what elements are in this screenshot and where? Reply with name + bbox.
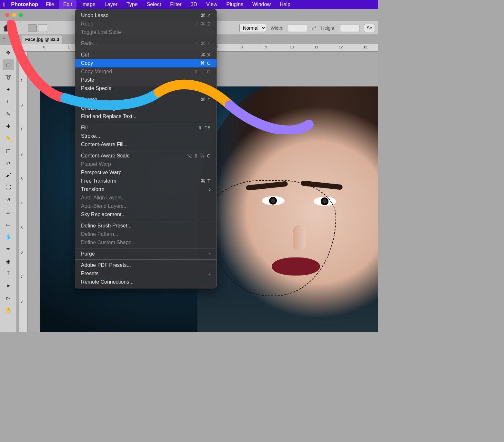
edit-menu-item[interactable]: Transform› bbox=[75, 185, 217, 194]
frame-tool[interactable]: ▢ bbox=[3, 145, 14, 156]
edit-menu-item[interactable]: Adobe PDF Presets... bbox=[75, 259, 217, 269]
menu-item-label: Search bbox=[81, 97, 97, 103]
menu-plugins[interactable]: Plugins bbox=[222, 0, 248, 9]
edit-menu-item: Fade...⇧ ⌘ F bbox=[75, 38, 217, 48]
edit-menu-item[interactable]: Undo Lasso⌘ Z bbox=[75, 11, 217, 20]
document-tab[interactable]: Face.jpg @ 33.3 bbox=[22, 35, 62, 44]
edit-menu-item: Toggle Last State bbox=[75, 28, 217, 36]
measure-tool[interactable]: 📏 bbox=[3, 133, 14, 144]
healing-brush-tool[interactable]: ✚ bbox=[3, 121, 14, 132]
edit-menu-item[interactable]: Purge› bbox=[75, 248, 217, 258]
edit-menu-item[interactable]: Cut⌘ X bbox=[75, 49, 217, 59]
menu-type[interactable]: Type bbox=[122, 0, 142, 9]
edit-menu-item: Redo⇧ ⌘ Z bbox=[75, 20, 217, 28]
menu-shortcut: ⌘ C bbox=[200, 60, 211, 66]
menu-layer[interactable]: Layer bbox=[100, 0, 122, 9]
selection-new-button[interactable] bbox=[28, 24, 37, 32]
zoom-window-button[interactable] bbox=[19, 13, 23, 17]
menu-item-label: Copy bbox=[81, 60, 93, 66]
edit-menu-item[interactable]: Perspective Warp bbox=[75, 168, 217, 177]
ruler-vertical: 2 1 0 1 2 3 4 5 6 7 8 bbox=[19, 52, 28, 332]
edit-menu-item[interactable]: Presets› bbox=[75, 269, 217, 278]
edit-menu-item: Auto-Align Layers... bbox=[75, 194, 217, 202]
lasso-tool[interactable]: ➰ bbox=[3, 72, 14, 83]
eraser-tool[interactable]: ▱ bbox=[3, 206, 14, 217]
menu-edit[interactable]: Edit bbox=[59, 0, 77, 9]
style-select[interactable]: Normal bbox=[239, 24, 266, 32]
edit-menu-item[interactable]: Define Brush Preset... bbox=[75, 220, 217, 230]
blur-tool[interactable]: 💧 bbox=[3, 231, 14, 242]
edit-menu-item[interactable]: Paste bbox=[75, 76, 217, 84]
menu-shortcut: ⇧ ⌘ F bbox=[195, 41, 211, 46]
hand-tool[interactable]: ✋ bbox=[3, 305, 14, 316]
edit-menu-item[interactable]: Sky Replacement... bbox=[75, 210, 217, 219]
menu-item-label: Undo Lasso bbox=[81, 13, 108, 18]
pen-tool[interactable]: ✒ bbox=[3, 243, 14, 254]
menu-item-label: Remote Connections... bbox=[81, 279, 134, 285]
menu-item-label: Paste bbox=[81, 77, 94, 83]
edit-menu-item[interactable]: Content-Aware Scale⌥ ⇧ ⌘ C bbox=[75, 150, 217, 160]
direct-select-tool[interactable]: ▻ bbox=[3, 292, 14, 303]
edit-menu-item: Define Pattern... bbox=[75, 230, 217, 238]
edit-menu-item[interactable]: Remote Connections... bbox=[75, 278, 217, 286]
menu-help[interactable]: Help bbox=[275, 0, 295, 9]
height-input[interactable] bbox=[340, 24, 359, 32]
magic-wand-tool[interactable]: ✦ bbox=[3, 84, 14, 95]
menu-shortcut: ⇧ ⌘ C bbox=[194, 69, 211, 75]
menu-item-label: Check Spelling... bbox=[81, 105, 120, 111]
menu-item-label: Purge bbox=[81, 251, 95, 257]
minimize-window-button[interactable] bbox=[12, 13, 16, 17]
menu-item-label: Perspective Warp bbox=[81, 170, 122, 176]
menu-select[interactable]: Select bbox=[142, 0, 166, 9]
select-and-mask-button[interactable]: Se bbox=[364, 24, 375, 32]
marquee-tool[interactable]: ◻ bbox=[3, 59, 14, 70]
crop-tool[interactable]: ⌗ bbox=[3, 96, 14, 107]
edit-menu-item[interactable]: Fill...⇧ F5 bbox=[75, 122, 217, 132]
eyedropper-tool[interactable]: ✎ bbox=[3, 108, 14, 119]
menu-item-label: Transform bbox=[81, 186, 104, 192]
menu-image[interactable]: Image bbox=[76, 0, 100, 9]
close-window-button[interactable] bbox=[5, 13, 9, 17]
gradient-tool[interactable]: ▭ bbox=[3, 219, 14, 230]
edit-menu-item[interactable]: Content-Aware Fill... bbox=[75, 140, 217, 149]
menu-shortcut: ⌘ T bbox=[201, 178, 211, 184]
menu-view[interactable]: View bbox=[202, 0, 222, 9]
selection-add-button[interactable] bbox=[38, 24, 47, 32]
edit-menu-item[interactable]: Stroke... bbox=[75, 132, 217, 140]
spiral-tool[interactable]: ◉ bbox=[3, 256, 14, 266]
menu-item-label: Adobe PDF Presets... bbox=[81, 262, 131, 268]
menu-item-label: Puppet Warp bbox=[81, 161, 111, 167]
submenu-arrow-icon: › bbox=[209, 186, 211, 192]
menu-shortcut: ⇧ ⌘ Z bbox=[195, 21, 211, 27]
edit-menu-item: Copy Merged⇧ ⌘ C bbox=[75, 67, 217, 76]
brush-tool[interactable]: 🖌 bbox=[3, 170, 14, 181]
width-input[interactable] bbox=[288, 24, 307, 32]
menu-item-label: Define Brush Preset... bbox=[81, 223, 132, 229]
macos-menubar:  Photoshop File Edit Image Layer Type S… bbox=[0, 0, 378, 9]
menu-filter[interactable]: Filter bbox=[166, 0, 186, 9]
menu-window[interactable]: Window bbox=[248, 0, 275, 9]
menu-file[interactable]: File bbox=[41, 0, 59, 9]
menu-shortcut: ⌥ ⇧ ⌘ C bbox=[186, 153, 211, 159]
chevrons-icon[interactable]: ›› bbox=[3, 36, 5, 41]
edit-menu-item: Define Custom Shape... bbox=[75, 238, 217, 247]
selection-preset[interactable]: ▾ bbox=[15, 22, 23, 34]
home-icon[interactable] bbox=[3, 25, 10, 32]
menu-item-label: Define Pattern... bbox=[81, 231, 118, 237]
edit-menu-item[interactable]: Check Spelling... bbox=[75, 104, 217, 112]
edit-menu-item[interactable]: Free Transform⌘ T bbox=[75, 177, 217, 185]
edit-menu-item[interactable]: Copy⌘ C bbox=[75, 59, 217, 67]
swap-tool[interactable]: ⇄ bbox=[3, 157, 14, 168]
menu-3d[interactable]: 3D bbox=[186, 0, 202, 9]
edit-menu-item[interactable]: Search⌘ F bbox=[75, 94, 217, 104]
menu-item-label: Content-Aware Fill... bbox=[81, 142, 128, 147]
edit-menu-item[interactable]: Find and Replace Text... bbox=[75, 112, 217, 121]
history-brush-tool[interactable]: ↺ bbox=[3, 194, 14, 205]
swap-dimensions-icon[interactable]: ⇄ bbox=[312, 25, 317, 32]
clone-stamp-tool[interactable]: ⛶ bbox=[3, 182, 14, 193]
type-tool[interactable]: T bbox=[3, 268, 14, 279]
move-tool[interactable]: ✥ bbox=[3, 47, 14, 58]
apple-icon[interactable]:  bbox=[3, 1, 5, 8]
path-select-tool[interactable]: ➤ bbox=[3, 280, 14, 291]
edit-menu-item[interactable]: Paste Special› bbox=[75, 84, 217, 93]
